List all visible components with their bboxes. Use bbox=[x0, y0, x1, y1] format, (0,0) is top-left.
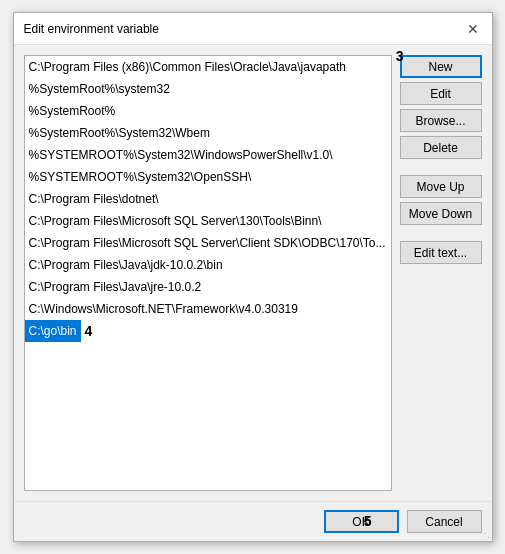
list-item[interactable]: C:\Program Files\Microsoft SQL Server\13… bbox=[25, 210, 391, 232]
list-item[interactable]: C:\go\bin bbox=[25, 320, 81, 342]
step-badge-3: 3 bbox=[396, 48, 404, 64]
step-badge-5: 5 bbox=[364, 513, 372, 529]
resize-handle[interactable]: ⋱ bbox=[480, 528, 490, 539]
list-item[interactable]: %SystemRoot% bbox=[25, 100, 391, 122]
move-down-button[interactable]: Move Down bbox=[400, 202, 482, 225]
list-item[interactable]: %SystemRoot%\System32\Wbem bbox=[25, 122, 391, 144]
list-item[interactable]: C:\Program Files\dotnet\ bbox=[25, 188, 391, 210]
title-bar: Edit environment variable ✕ bbox=[14, 13, 492, 45]
list-item[interactable]: C:\Program Files (x86)\Common Files\Orac… bbox=[25, 56, 391, 78]
list-item[interactable]: C:\Program Files\Java\jdk-10.0.2\bin bbox=[25, 254, 391, 276]
step-badge-4: 4 bbox=[85, 323, 93, 339]
dialog-body: C:\Program Files (x86)\Common Files\Orac… bbox=[14, 45, 492, 501]
close-button[interactable]: ✕ bbox=[464, 20, 482, 38]
buttons-panel: New Edit Browse... Delete Move Up Move D… bbox=[400, 55, 482, 491]
new-button[interactable]: New bbox=[400, 55, 482, 78]
cancel-button[interactable]: Cancel bbox=[407, 510, 482, 533]
edit-env-variable-dialog: Edit environment variable ✕ 3 C:\Program… bbox=[13, 12, 493, 542]
list-item[interactable]: C:\Program Files\Java\jre-10.0.2 bbox=[25, 276, 391, 298]
browse-button[interactable]: Browse... bbox=[400, 109, 482, 132]
list-item[interactable]: C:\Program Files\Microsoft SQL Server\Cl… bbox=[25, 232, 391, 254]
edit-text-button[interactable]: Edit text... bbox=[400, 241, 482, 264]
ok-button[interactable]: OK bbox=[324, 510, 399, 533]
move-up-button[interactable]: Move Up bbox=[400, 175, 482, 198]
dialog-footer: OK Cancel bbox=[14, 501, 492, 541]
list-item[interactable]: %SystemRoot%\system32 bbox=[25, 78, 391, 100]
list-item[interactable]: %SYSTEMROOT%\System32\WindowsPowerShell\… bbox=[25, 144, 391, 166]
dialog-title: Edit environment variable bbox=[24, 22, 159, 36]
edit-button[interactable]: Edit bbox=[400, 82, 482, 105]
list-item[interactable]: C:\Windows\Microsoft.NET\Framework\v4.0.… bbox=[25, 298, 391, 320]
env-variable-list[interactable]: C:\Program Files (x86)\Common Files\Orac… bbox=[24, 55, 392, 491]
list-item[interactable]: %SYSTEMROOT%\System32\OpenSSH\ bbox=[25, 166, 391, 188]
delete-button[interactable]: Delete bbox=[400, 136, 482, 159]
